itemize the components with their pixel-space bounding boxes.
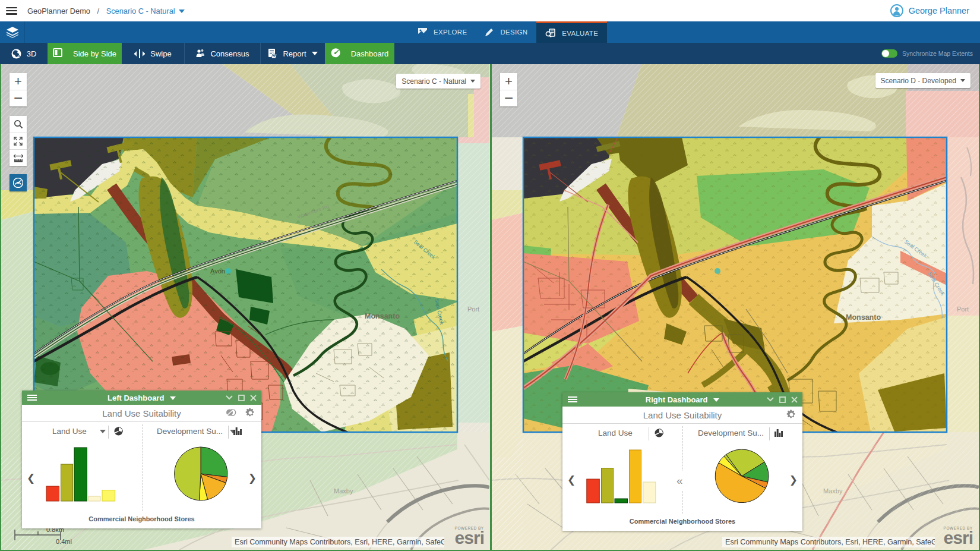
svg-text:0.4mi: 0.4mi bbox=[56, 538, 72, 545]
svg-text:Port: Port bbox=[467, 306, 479, 313]
svg-text:Port: Port bbox=[957, 306, 969, 313]
svg-text:Maxby: Maxby bbox=[334, 487, 353, 495]
svg-text:Maxby: Maxby bbox=[823, 487, 843, 495]
